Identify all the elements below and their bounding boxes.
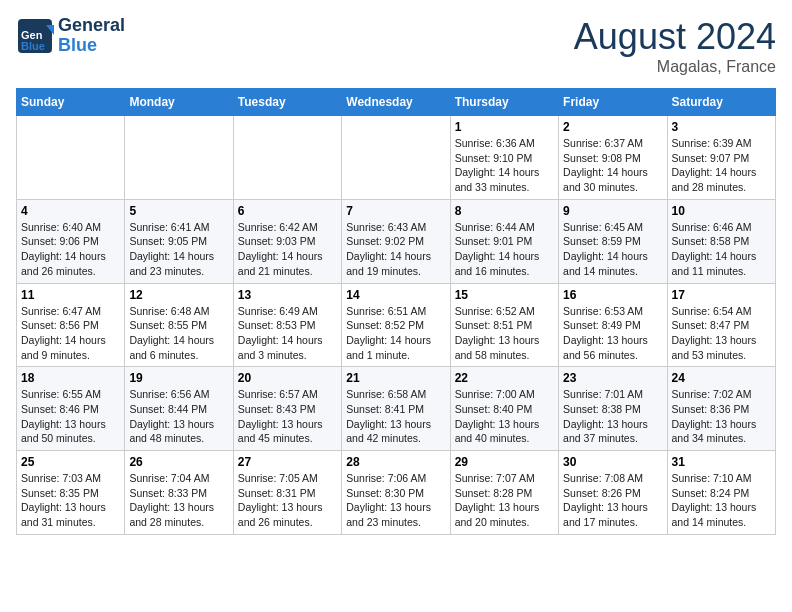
day-number: 10 xyxy=(672,204,771,218)
calendar-cell: 28Sunrise: 7:06 AM Sunset: 8:30 PM Dayli… xyxy=(342,451,450,535)
calendar-cell: 14Sunrise: 6:51 AM Sunset: 8:52 PM Dayli… xyxy=(342,283,450,367)
calendar-week-row: 1Sunrise: 6:36 AM Sunset: 9:10 PM Daylig… xyxy=(17,116,776,200)
day-info: Sunrise: 6:52 AM Sunset: 8:51 PM Dayligh… xyxy=(455,304,554,363)
day-info: Sunrise: 6:46 AM Sunset: 8:58 PM Dayligh… xyxy=(672,220,771,279)
day-number: 5 xyxy=(129,204,228,218)
day-number: 21 xyxy=(346,371,445,385)
calendar-cell: 8Sunrise: 6:44 AM Sunset: 9:01 PM Daylig… xyxy=(450,199,558,283)
day-number: 9 xyxy=(563,204,662,218)
calendar-title: August 2024 xyxy=(574,16,776,58)
calendar-cell: 4Sunrise: 6:40 AM Sunset: 9:06 PM Daylig… xyxy=(17,199,125,283)
day-info: Sunrise: 7:06 AM Sunset: 8:30 PM Dayligh… xyxy=(346,471,445,530)
svg-text:Blue: Blue xyxy=(21,40,45,52)
day-number: 26 xyxy=(129,455,228,469)
calendar-cell: 22Sunrise: 7:00 AM Sunset: 8:40 PM Dayli… xyxy=(450,367,558,451)
day-info: Sunrise: 7:00 AM Sunset: 8:40 PM Dayligh… xyxy=(455,387,554,446)
day-info: Sunrise: 6:58 AM Sunset: 8:41 PM Dayligh… xyxy=(346,387,445,446)
day-info: Sunrise: 6:41 AM Sunset: 9:05 PM Dayligh… xyxy=(129,220,228,279)
day-info: Sunrise: 6:40 AM Sunset: 9:06 PM Dayligh… xyxy=(21,220,120,279)
calendar-cell: 27Sunrise: 7:05 AM Sunset: 8:31 PM Dayli… xyxy=(233,451,341,535)
calendar-cell: 26Sunrise: 7:04 AM Sunset: 8:33 PM Dayli… xyxy=(125,451,233,535)
day-number: 17 xyxy=(672,288,771,302)
day-number: 3 xyxy=(672,120,771,134)
calendar-cell xyxy=(125,116,233,200)
day-number: 15 xyxy=(455,288,554,302)
day-info: Sunrise: 6:49 AM Sunset: 8:53 PM Dayligh… xyxy=(238,304,337,363)
day-info: Sunrise: 7:05 AM Sunset: 8:31 PM Dayligh… xyxy=(238,471,337,530)
weekday-header-friday: Friday xyxy=(559,89,667,116)
calendar-cell: 31Sunrise: 7:10 AM Sunset: 8:24 PM Dayli… xyxy=(667,451,775,535)
day-number: 18 xyxy=(21,371,120,385)
calendar-cell: 19Sunrise: 6:56 AM Sunset: 8:44 PM Dayli… xyxy=(125,367,233,451)
calendar-cell xyxy=(233,116,341,200)
day-info: Sunrise: 6:44 AM Sunset: 9:01 PM Dayligh… xyxy=(455,220,554,279)
day-info: Sunrise: 6:56 AM Sunset: 8:44 PM Dayligh… xyxy=(129,387,228,446)
day-number: 25 xyxy=(21,455,120,469)
calendar-cell: 18Sunrise: 6:55 AM Sunset: 8:46 PM Dayli… xyxy=(17,367,125,451)
calendar-cell: 30Sunrise: 7:08 AM Sunset: 8:26 PM Dayli… xyxy=(559,451,667,535)
calendar-cell: 3Sunrise: 6:39 AM Sunset: 9:07 PM Daylig… xyxy=(667,116,775,200)
calendar-cell: 7Sunrise: 6:43 AM Sunset: 9:02 PM Daylig… xyxy=(342,199,450,283)
calendar-week-row: 11Sunrise: 6:47 AM Sunset: 8:56 PM Dayli… xyxy=(17,283,776,367)
calendar-cell: 21Sunrise: 6:58 AM Sunset: 8:41 PM Dayli… xyxy=(342,367,450,451)
calendar-cell: 20Sunrise: 6:57 AM Sunset: 8:43 PM Dayli… xyxy=(233,367,341,451)
day-number: 1 xyxy=(455,120,554,134)
day-number: 22 xyxy=(455,371,554,385)
day-info: Sunrise: 6:53 AM Sunset: 8:49 PM Dayligh… xyxy=(563,304,662,363)
title-block: August 2024 Magalas, France xyxy=(574,16,776,76)
calendar-cell xyxy=(17,116,125,200)
day-info: Sunrise: 7:08 AM Sunset: 8:26 PM Dayligh… xyxy=(563,471,662,530)
day-info: Sunrise: 6:54 AM Sunset: 8:47 PM Dayligh… xyxy=(672,304,771,363)
day-info: Sunrise: 6:51 AM Sunset: 8:52 PM Dayligh… xyxy=(346,304,445,363)
calendar-cell: 23Sunrise: 7:01 AM Sunset: 8:38 PM Dayli… xyxy=(559,367,667,451)
day-number: 20 xyxy=(238,371,337,385)
weekday-header-sunday: Sunday xyxy=(17,89,125,116)
day-number: 16 xyxy=(563,288,662,302)
day-number: 6 xyxy=(238,204,337,218)
day-number: 30 xyxy=(563,455,662,469)
calendar-cell: 9Sunrise: 6:45 AM Sunset: 8:59 PM Daylig… xyxy=(559,199,667,283)
weekday-header-wednesday: Wednesday xyxy=(342,89,450,116)
day-number: 11 xyxy=(21,288,120,302)
day-info: Sunrise: 6:39 AM Sunset: 9:07 PM Dayligh… xyxy=(672,136,771,195)
day-number: 4 xyxy=(21,204,120,218)
calendar-week-row: 4Sunrise: 6:40 AM Sunset: 9:06 PM Daylig… xyxy=(17,199,776,283)
day-number: 29 xyxy=(455,455,554,469)
logo-blue: Blue xyxy=(58,36,125,56)
logo-general: General xyxy=(58,16,125,36)
day-number: 24 xyxy=(672,371,771,385)
day-number: 2 xyxy=(563,120,662,134)
weekday-header-tuesday: Tuesday xyxy=(233,89,341,116)
weekday-header-row: SundayMondayTuesdayWednesdayThursdayFrid… xyxy=(17,89,776,116)
day-info: Sunrise: 7:03 AM Sunset: 8:35 PM Dayligh… xyxy=(21,471,120,530)
calendar-cell: 15Sunrise: 6:52 AM Sunset: 8:51 PM Dayli… xyxy=(450,283,558,367)
calendar-cell xyxy=(342,116,450,200)
calendar-cell: 16Sunrise: 6:53 AM Sunset: 8:49 PM Dayli… xyxy=(559,283,667,367)
day-info: Sunrise: 6:55 AM Sunset: 8:46 PM Dayligh… xyxy=(21,387,120,446)
calendar-cell: 13Sunrise: 6:49 AM Sunset: 8:53 PM Dayli… xyxy=(233,283,341,367)
day-number: 28 xyxy=(346,455,445,469)
day-info: Sunrise: 7:01 AM Sunset: 8:38 PM Dayligh… xyxy=(563,387,662,446)
calendar-cell: 6Sunrise: 6:42 AM Sunset: 9:03 PM Daylig… xyxy=(233,199,341,283)
calendar-week-row: 25Sunrise: 7:03 AM Sunset: 8:35 PM Dayli… xyxy=(17,451,776,535)
day-info: Sunrise: 6:36 AM Sunset: 9:10 PM Dayligh… xyxy=(455,136,554,195)
day-info: Sunrise: 7:10 AM Sunset: 8:24 PM Dayligh… xyxy=(672,471,771,530)
weekday-header-thursday: Thursday xyxy=(450,89,558,116)
day-number: 31 xyxy=(672,455,771,469)
day-number: 7 xyxy=(346,204,445,218)
page-header: Gen Blue General Blue August 2024 Magala… xyxy=(16,16,776,76)
calendar-cell: 5Sunrise: 6:41 AM Sunset: 9:05 PM Daylig… xyxy=(125,199,233,283)
logo-icon: Gen Blue xyxy=(16,17,54,55)
day-number: 13 xyxy=(238,288,337,302)
day-number: 19 xyxy=(129,371,228,385)
day-info: Sunrise: 6:47 AM Sunset: 8:56 PM Dayligh… xyxy=(21,304,120,363)
calendar-cell: 24Sunrise: 7:02 AM Sunset: 8:36 PM Dayli… xyxy=(667,367,775,451)
day-number: 8 xyxy=(455,204,554,218)
day-info: Sunrise: 7:02 AM Sunset: 8:36 PM Dayligh… xyxy=(672,387,771,446)
calendar-location: Magalas, France xyxy=(574,58,776,76)
calendar-cell: 12Sunrise: 6:48 AM Sunset: 8:55 PM Dayli… xyxy=(125,283,233,367)
day-info: Sunrise: 7:04 AM Sunset: 8:33 PM Dayligh… xyxy=(129,471,228,530)
calendar-cell: 25Sunrise: 7:03 AM Sunset: 8:35 PM Dayli… xyxy=(17,451,125,535)
calendar-cell: 10Sunrise: 6:46 AM Sunset: 8:58 PM Dayli… xyxy=(667,199,775,283)
day-number: 23 xyxy=(563,371,662,385)
